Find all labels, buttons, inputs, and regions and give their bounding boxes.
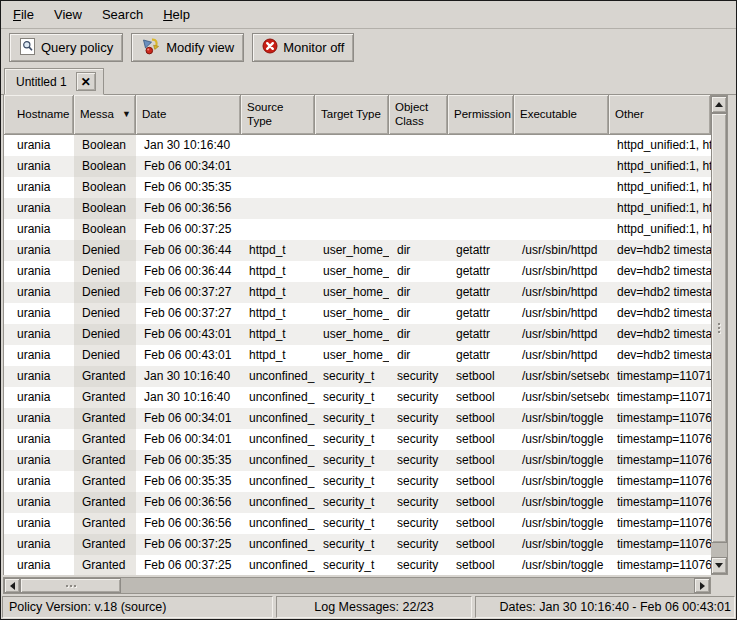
column-header-other[interactable]: Other [609,95,711,135]
table-cell: setbool [448,366,514,387]
query-policy-label: Query policy [41,40,113,55]
column-header-date[interactable]: Date [136,95,241,135]
table-row[interactable]: uraniaBooleanFeb 06 00:36:56httpd_unifie… [4,198,711,219]
statusbar: Policy Version: v.18 (source) Log Messag… [2,596,735,618]
table-row[interactable]: uraniaGrantedFeb 06 00:36:56unconfined_s… [4,492,711,513]
table-row[interactable]: uraniaDeniedFeb 06 00:37:27httpd_tuser_h… [4,303,711,324]
table-cell: timestamp=110766 [609,408,711,429]
arrow-up-icon [715,102,723,107]
scroll-up-button[interactable] [711,96,727,113]
table-row[interactable]: uraniaDeniedFeb 06 00:43:01httpd_tuser_h… [4,324,711,345]
table-cell: security_t [315,387,389,408]
table-cell: Granted [74,492,136,513]
table-cell: security [389,408,448,429]
table-cell: /usr/sbin/setsebo [514,387,609,408]
column-header-hostname[interactable]: Hostname [4,95,74,135]
table-cell: getattr [448,240,514,261]
column-header-object-class[interactable]: Object Class [389,95,448,135]
table-cell: urania [4,513,74,534]
table-row[interactable]: uraniaGrantedFeb 06 00:37:25unconfined_s… [4,555,711,575]
column-header-source-type[interactable]: Source Type [241,95,315,135]
column-header-messa[interactable]: Messa▼ [74,95,136,135]
menu-item-view[interactable]: View [44,3,92,26]
table-row[interactable]: uraniaGrantedFeb 06 00:34:01unconfined_s… [4,408,711,429]
table-cell [315,156,389,177]
table-cell: dir [389,324,448,345]
horizontal-scrollbar[interactable] [3,577,711,594]
scroll-down-button[interactable] [711,557,727,574]
table-cell [389,219,448,240]
table-cell: setbool [448,471,514,492]
table-row[interactable]: uraniaGrantedFeb 06 00:34:01unconfined_s… [4,429,711,450]
table-row[interactable]: uraniaGrantedFeb 06 00:36:56unconfined_s… [4,513,711,534]
table-cell [241,177,315,198]
table-cell [241,198,315,219]
monitor-off-label: Monitor off [283,40,344,55]
table-cell: getattr [448,282,514,303]
column-header-executable[interactable]: Executable [514,95,609,135]
table-row[interactable]: uraniaGrantedJan 30 10:16:40unconfined_s… [4,387,711,408]
table-cell: urania [4,471,74,492]
table-cell: httpd_t [241,324,315,345]
table-row[interactable]: uraniaGrantedFeb 06 00:35:35unconfined_s… [4,450,711,471]
table-row[interactable]: uraniaDeniedFeb 06 00:37:27httpd_tuser_h… [4,282,711,303]
menu-item-file[interactable]: File [3,3,44,26]
monitor-off-button[interactable]: Monitor off [252,33,354,62]
table-cell: Feb 06 00:36:56 [136,492,241,513]
table-cell: httpd_unified:1, htt [609,198,711,219]
table-cell: security [389,450,448,471]
table-cell: Denied [74,324,136,345]
table-cell: /usr/sbin/httpd [514,261,609,282]
table-cell: Boolean [74,219,136,240]
table-cell: setbool [448,387,514,408]
table-row[interactable]: uraniaGrantedFeb 06 00:35:35unconfined_s… [4,471,711,492]
table-row[interactable]: uraniaGrantedFeb 06 00:37:25unconfined_s… [4,534,711,555]
horizontal-scrollbar-trough[interactable] [121,578,694,593]
table-cell: urania [4,345,74,366]
table-row[interactable]: uraniaDeniedFeb 06 00:36:44httpd_tuser_h… [4,261,711,282]
table-row[interactable]: uraniaGrantedJan 30 10:16:40unconfined_s… [4,366,711,387]
table-row[interactable]: uraniaBooleanFeb 06 00:34:01httpd_unifie… [4,156,711,177]
table-cell: urania [4,177,74,198]
menu-item-search[interactable]: Search [92,3,153,26]
table-cell: Feb 06 00:37:25 [136,219,241,240]
table-cell: Feb 06 00:37:27 [136,303,241,324]
table-row[interactable]: uraniaBooleanJan 30 10:16:40httpd_unifie… [4,135,711,156]
table-row[interactable]: uraniaDeniedFeb 06 00:43:01httpd_tuser_h… [4,345,711,366]
vertical-scrollbar-thumb[interactable] [711,113,727,543]
table-cell: urania [4,219,74,240]
menu-item-help[interactable]: Help [153,3,200,26]
scroll-left-button[interactable] [4,578,20,593]
vertical-scrollbar-trough[interactable] [711,543,727,557]
table-row[interactable]: uraniaBooleanFeb 06 00:35:35httpd_unifie… [4,177,711,198]
table-cell: Feb 06 00:37:25 [136,534,241,555]
table-cell: /usr/sbin/setsebo [514,366,609,387]
log-table: HostnameMessa▼DateSource TypeTarget Type… [3,95,728,575]
table-cell: Granted [74,366,136,387]
table-cell: security [389,429,448,450]
table-cell [315,177,389,198]
table-cell: httpd_t [241,282,315,303]
table-cell: /usr/sbin/httpd [514,324,609,345]
vertical-scrollbar[interactable] [711,95,728,575]
query-policy-button[interactable]: Query policy [9,33,123,62]
table-row[interactable]: uraniaBooleanFeb 06 00:37:25httpd_unifie… [4,219,711,240]
column-header-label: Executable [520,108,577,122]
horizontal-scrollbar-thumb[interactable] [20,578,121,593]
column-header-permission[interactable]: Permission [448,95,514,135]
tab-untitled-1[interactable]: Untitled 1 ✕ [4,68,104,95]
column-header-target-type[interactable]: Target Type [315,95,389,135]
table-cell: httpd_unified:1, htt [609,135,711,156]
table-cell: security [389,513,448,534]
table-cell [448,156,514,177]
table-row[interactable]: uraniaDeniedFeb 06 00:36:44httpd_tuser_h… [4,240,711,261]
table-cell: dev=hdb2 timestam [609,240,711,261]
table-cell: /usr/sbin/toggle [514,450,609,471]
modify-view-button[interactable]: Modify view [131,33,244,62]
table-cell: urania [4,408,74,429]
table-cell: dir [389,303,448,324]
scroll-right-button[interactable] [694,578,710,593]
tab-close-button[interactable]: ✕ [76,72,96,91]
table-cell: getattr [448,303,514,324]
table-cell [514,219,609,240]
